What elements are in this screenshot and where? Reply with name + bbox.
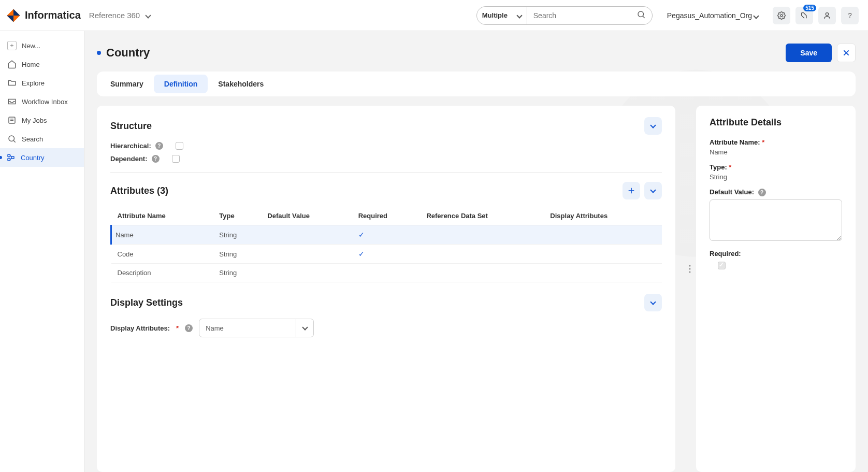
- sidebar-item-new[interactable]: + New...: [0, 36, 84, 55]
- sidebar-item-label: Home: [22, 61, 40, 68]
- col-type[interactable]: Type: [214, 207, 262, 225]
- required-checkbox: [718, 262, 726, 269]
- cell-refset: [421, 245, 545, 264]
- informatica-logo-icon: [6, 8, 21, 23]
- table-row[interactable]: Code String ✓: [111, 245, 662, 264]
- user-icon[interactable]: [818, 7, 836, 24]
- dependent-checkbox[interactable]: [172, 155, 180, 163]
- attribute-details-panel: Attribute Details Attribute Name: * Name…: [696, 106, 856, 472]
- definition-panel: Structure Hierarchical: ? Dependent: ?: [97, 106, 675, 472]
- sidebar-item-explore[interactable]: Explore: [0, 74, 84, 92]
- chevron-down-icon: [650, 299, 656, 305]
- svg-point-5: [780, 15, 783, 17]
- app-name[interactable]: Reference 360: [89, 11, 140, 20]
- cell-required: [353, 264, 422, 282]
- unsaved-indicator-icon: [0, 156, 2, 159]
- brand-logo-group: Informatica: [6, 8, 81, 23]
- notifications-icon[interactable]: 515: [795, 7, 813, 24]
- col-attribute-name[interactable]: Attribute Name: [111, 207, 214, 225]
- help-icon[interactable]: ?: [185, 324, 193, 332]
- search-bar: Multiple: [476, 6, 653, 25]
- cell-default: [262, 264, 353, 282]
- col-required[interactable]: Required: [353, 207, 422, 225]
- structure-collapse-toggle[interactable]: [644, 117, 662, 135]
- table-row[interactable]: Name String ✓: [111, 225, 662, 245]
- refset-icon: [6, 153, 16, 162]
- sidebar-item-my-jobs[interactable]: My Jobs: [0, 111, 84, 130]
- help-icon[interactable]: ?: [155, 142, 163, 150]
- col-refset[interactable]: Reference Data Set: [421, 207, 545, 225]
- app-chevron-icon[interactable]: [146, 11, 150, 19]
- panel-drag-handle[interactable]: [685, 261, 695, 277]
- save-button[interactable]: Save: [786, 44, 832, 62]
- inbox-icon: [7, 97, 17, 106]
- svg-rect-12: [8, 154, 10, 157]
- required-asterisk: *: [176, 324, 179, 332]
- cell-display: [545, 264, 662, 282]
- brand-name: Informatica: [25, 9, 81, 21]
- sidebar-item-workflow-inbox[interactable]: Workflow Inbox: [0, 92, 84, 111]
- display-settings-collapse-toggle[interactable]: [644, 294, 662, 311]
- cell-type: String: [214, 245, 262, 264]
- help-icon[interactable]: ?: [841, 7, 859, 24]
- default-value-textarea[interactable]: [710, 199, 842, 241]
- cell-type: String: [214, 225, 262, 245]
- tab-stakeholders[interactable]: Stakeholders: [208, 75, 274, 93]
- cell-refset: [421, 225, 545, 245]
- structure-section-title: Structure: [110, 121, 152, 132]
- notifications-badge: 515: [803, 5, 816, 11]
- search-icon[interactable]: [630, 10, 652, 21]
- close-button[interactable]: [837, 44, 856, 62]
- svg-line-4: [643, 16, 644, 18]
- tab-bar: Summary Definition Stakeholders: [97, 71, 856, 96]
- hierarchical-label: Hierarchical:: [110, 142, 151, 150]
- display-attributes-select[interactable]: Name: [199, 319, 314, 337]
- col-default[interactable]: Default Value: [262, 207, 353, 225]
- search-scope-label: Multiple: [482, 11, 508, 19]
- sidebar-item-label: Search: [22, 135, 43, 143]
- hierarchical-checkbox[interactable]: [176, 142, 183, 150]
- sidebar-item-label: My Jobs: [22, 117, 47, 124]
- add-attribute-button[interactable]: [623, 182, 640, 199]
- attributes-collapse-toggle[interactable]: [644, 182, 662, 199]
- close-icon: [842, 49, 850, 57]
- cell-name: Code: [111, 245, 214, 264]
- cell-name: Name: [111, 225, 214, 245]
- sidebar-item-label: Workflow Inbox: [22, 98, 68, 106]
- cell-required: ✓: [353, 245, 422, 264]
- svg-point-3: [638, 11, 644, 17]
- svg-point-22: [689, 268, 691, 270]
- help-icon[interactable]: ?: [758, 189, 766, 196]
- sidebar-item-search[interactable]: Search: [0, 130, 84, 148]
- search-input[interactable]: [527, 11, 630, 20]
- jobs-icon: [7, 116, 17, 125]
- sidebar-item-label: Country: [21, 154, 45, 162]
- dependent-label: Dependent:: [110, 155, 148, 163]
- table-row[interactable]: Description String: [111, 264, 662, 282]
- settings-icon[interactable]: [773, 7, 790, 24]
- home-icon: [7, 60, 17, 69]
- select-value: Name: [199, 324, 296, 332]
- detail-type-value: String: [710, 173, 842, 181]
- cell-default: [262, 245, 353, 264]
- org-switcher[interactable]: Pegasus_Automation_Org: [667, 11, 758, 20]
- attributes-section-title: Attributes (3): [110, 185, 168, 196]
- chevron-down-icon: [517, 11, 522, 19]
- sidebar-item-country[interactable]: Country: [0, 148, 84, 167]
- sidebar-item-label: Explore: [22, 79, 45, 87]
- tab-summary[interactable]: Summary: [100, 75, 154, 93]
- help-icon[interactable]: ?: [152, 155, 160, 163]
- details-title: Attribute Details: [710, 117, 782, 128]
- cell-default: [262, 225, 353, 245]
- svg-point-21: [689, 265, 691, 267]
- col-display[interactable]: Display Attributes: [545, 207, 662, 225]
- tab-definition[interactable]: Definition: [154, 75, 208, 93]
- detail-type-label: Type:: [710, 163, 727, 171]
- detail-name-value: Name: [710, 148, 842, 156]
- search-scope-dropdown[interactable]: Multiple: [477, 7, 527, 24]
- svg-line-11: [13, 140, 15, 142]
- plus-icon: [627, 187, 635, 195]
- sidebar-item-home[interactable]: Home: [0, 55, 84, 74]
- display-attributes-label: Display Attributes:: [110, 324, 170, 332]
- check-icon: ✓: [358, 231, 365, 239]
